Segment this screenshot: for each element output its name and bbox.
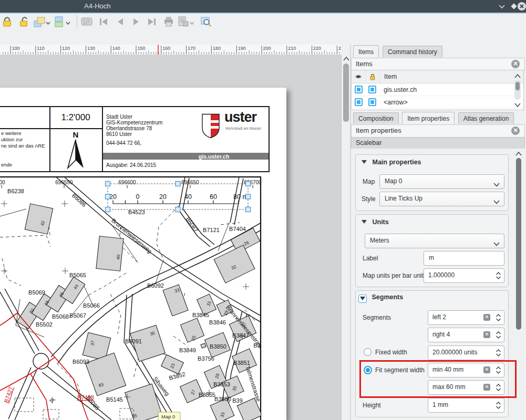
clear-icon[interactable]: ✕ <box>483 331 490 338</box>
tab-item-properties[interactable]: Item properties <box>402 112 455 124</box>
spinner-arrows-icon[interactable] <box>496 331 501 339</box>
map-combobox[interactable]: Map 0 <box>379 174 504 189</box>
scrollbar-thumb[interactable] <box>343 64 349 122</box>
ruler-number: 170 <box>188 46 195 51</box>
map-label: B7404 <box>229 226 246 232</box>
unit-label-input[interactable]: m <box>424 251 504 266</box>
selection-handle[interactable] <box>246 207 251 212</box>
close-window-icon[interactable] <box>517 2 526 11</box>
tab-composition[interactable]: Composition <box>353 112 399 124</box>
items-table-row[interactable]: <arrow> <box>352 96 523 109</box>
spinner-arrows-icon[interactable] <box>496 271 501 280</box>
fixed-width-radio[interactable] <box>364 348 372 356</box>
ruler-number: 180 <box>213 46 221 51</box>
segments-right-spinbox[interactable]: right 4 ✕ <box>428 328 504 342</box>
map-label: B5067 <box>69 312 86 319</box>
selection-handle[interactable] <box>106 207 110 212</box>
atlas-settings-icon <box>81 16 92 28</box>
website-text: gis.uster.ch <box>199 153 229 160</box>
scroll-up-icon[interactable] <box>343 56 349 61</box>
tab-items[interactable]: Items <box>353 45 379 57</box>
selection-handle[interactable] <box>246 194 251 199</box>
lock-checkbox[interactable] <box>368 86 376 93</box>
org-phone: 044-944 72 66, <box>106 140 141 146</box>
segments-left-spinbox[interactable]: left 2 ✕ <box>428 310 504 325</box>
map-label: B3845 <box>192 312 209 318</box>
map-label: B3756 <box>198 355 214 362</box>
titlebar[interactable] <box>0 0 526 13</box>
scrollbar-thumb[interactable] <box>515 82 520 90</box>
fixed-width-spinbox[interactable]: 20.000000 units <box>428 345 504 360</box>
scroll-up-icon[interactable] <box>515 151 522 156</box>
visibility-checkbox[interactable] <box>355 86 363 93</box>
selection-handle[interactable] <box>246 182 251 186</box>
map-label: B3849 <box>179 347 196 353</box>
lock-items-icon[interactable] <box>2 16 13 28</box>
selection-handle[interactable] <box>176 182 180 186</box>
label-label: Label <box>363 255 378 262</box>
ruler-number: 210 <box>288 46 296 51</box>
align-items-icon[interactable] <box>54 16 72 28</box>
tab-atlas-generation[interactable]: Atlas generation <box>458 112 514 124</box>
close-properties-dock-icon[interactable]: ✕ <box>511 127 520 135</box>
zoom-full-icon[interactable] <box>200 16 212 28</box>
clipped-text: ende <box>1 162 12 167</box>
units-combobox[interactable]: Meters <box>365 234 504 248</box>
spinbox-value: left 2 <box>432 313 446 321</box>
selection-handle[interactable] <box>106 182 110 186</box>
print-atlas-icon <box>163 16 174 28</box>
height-spinbox[interactable]: 1 mm <box>428 398 504 413</box>
spinner-arrows-icon[interactable] <box>496 313 501 322</box>
export-atlas-icon <box>177 16 195 28</box>
tab-command-history[interactable]: Command history <box>383 46 442 57</box>
canvas-vertical-scrollbar[interactable] <box>341 55 350 420</box>
chevron-down-icon <box>493 197 500 206</box>
item-label: gis.uster.ch <box>379 86 417 93</box>
ruler-number: 190 <box>238 46 246 51</box>
unlock-items-icon[interactable] <box>18 16 30 28</box>
height-label: Height <box>363 402 381 409</box>
selection-handle[interactable] <box>176 207 180 212</box>
composition-canvas[interactable]: e weitere uktion zur ne sind an das ARE … <box>0 55 341 420</box>
shade-window-icon[interactable] <box>497 2 507 11</box>
style-combobox[interactable]: Line Ticks Up <box>379 192 504 206</box>
items-table[interactable]: Item gis.uster.ch<arrow> <box>351 70 524 110</box>
collapse-checkbox-icon[interactable] <box>358 295 367 303</box>
units-combobox-value: Meters <box>370 237 389 244</box>
map-units-per-bar-unit-spinbox[interactable]: 1.000000 <box>424 268 504 283</box>
map-item[interactable]: B6238B6086BrunnenwiesenwegB4523B7121B740… <box>0 173 286 420</box>
map-label: B5065 <box>69 272 86 278</box>
lock-checkbox[interactable] <box>368 98 376 106</box>
previous-feature-icon <box>115 16 126 28</box>
map-label: B7121 <box>203 227 220 233</box>
style-label: Style <box>362 195 376 203</box>
visibility-checkbox[interactable] <box>355 98 363 106</box>
main-properties-header[interactable]: Main properties <box>362 159 421 166</box>
segments-header[interactable]: Segments <box>358 293 403 303</box>
raise-items-icon[interactable] <box>33 16 51 28</box>
ruler-number: 230 <box>338 46 341 51</box>
uster-logo-tagline: Wohnstadt am Wasser <box>225 127 261 130</box>
units-header[interactable]: Units <box>362 218 389 226</box>
items-column-header: Item <box>380 73 397 80</box>
map-combobox-value: Map 0 <box>385 177 402 185</box>
items-dock-titlebar: Items ✕ <box>351 58 525 71</box>
scroll-down-icon[interactable] <box>514 102 521 108</box>
selection-handle[interactable] <box>106 194 110 199</box>
items-table-row[interactable]: gis.uster.ch <box>352 83 523 96</box>
spinner-arrows-icon[interactable] <box>496 349 501 357</box>
scalebar-number: 0 <box>136 193 140 201</box>
ruler-number: 140 <box>112 46 120 51</box>
clear-icon[interactable]: ✕ <box>483 314 490 321</box>
toolbar <box>0 14 526 45</box>
chevron-down-icon <box>493 180 500 189</box>
spinner-arrows-icon[interactable] <box>496 401 501 410</box>
map-scale-text: 1:2'000 <box>49 107 102 128</box>
fixed-width-label: Fixed width <box>375 349 407 356</box>
close-items-dock-icon[interactable]: ✕ <box>511 60 520 68</box>
scrollbar-thumb[interactable] <box>516 158 521 330</box>
items-scrollbar-track[interactable] <box>514 80 521 100</box>
scroll-up-icon[interactable] <box>514 74 521 79</box>
qgis-composer-window: { "window": {"title": "A4-Hoch"}, "toolb… <box>0 0 526 420</box>
website-banner: gis.uster.ch <box>103 153 269 160</box>
